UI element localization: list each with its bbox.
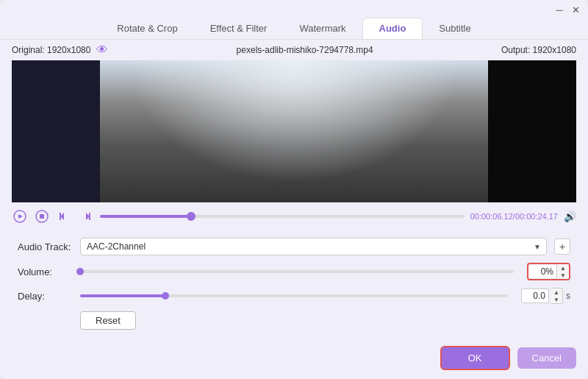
progress-thumb	[187, 212, 196, 221]
add-track-button[interactable]: +	[554, 238, 570, 255]
minimize-button[interactable]: ─	[554, 4, 564, 15]
tab-rotate[interactable]: Rotate & Crop	[101, 18, 193, 39]
video-right-panel	[488, 60, 576, 202]
reset-button[interactable]: Reset	[80, 311, 136, 330]
svg-rect-15	[60, 213, 61, 220]
next-frame-button[interactable]	[78, 208, 94, 224]
volume-slider-track	[80, 270, 514, 273]
prev-icon	[58, 210, 70, 222]
svg-point-3	[195, 60, 280, 181]
volume-slider[interactable]	[80, 264, 514, 279]
audio-track-select[interactable]: AAC-2Channel	[80, 238, 547, 255]
svg-point-8	[315, 82, 387, 117]
delay-slider-track	[80, 294, 508, 297]
svg-point-4	[184, 74, 248, 188]
video-frame	[100, 60, 488, 202]
video-content-svg	[100, 60, 488, 202]
stop-button[interactable]	[34, 208, 50, 224]
delay-slider[interactable]	[80, 288, 508, 303]
volume-spinner: ▲ ▼	[556, 264, 569, 279]
delay-up-button[interactable]: ▲	[551, 288, 562, 296]
video-center-panel	[100, 60, 488, 202]
volume-label: Volume:	[18, 266, 73, 277]
delay-input[interactable]	[521, 288, 549, 303]
reset-row: Reset	[18, 311, 570, 330]
delay-slider-fill	[80, 294, 165, 297]
volume-slider-thumb	[76, 268, 84, 275]
audio-track-label: Audio Track:	[18, 241, 73, 252]
volume-up-button[interactable]: ▲	[557, 264, 569, 272]
audio-track-select-wrapper: AAC-2Channel ▼	[80, 238, 547, 255]
title-bar: ─ ✕	[0, 0, 588, 16]
tab-watermark[interactable]: Watermark	[283, 18, 362, 39]
svg-rect-13	[40, 214, 44, 219]
progress-bar[interactable]	[100, 214, 465, 219]
volume-input-wrapper: ▲ ▼	[527, 263, 570, 280]
delay-spinner: ▲ ▼	[551, 288, 563, 304]
svg-rect-17	[89, 213, 90, 220]
tab-effect[interactable]: Effect & Filter	[194, 18, 284, 39]
svg-point-6	[340, 74, 404, 188]
tab-bar: Rotate & Crop Effect & Filter Watermark …	[0, 16, 588, 40]
delay-slider-thumb	[162, 292, 169, 300]
volume-icon[interactable]: 🔊	[564, 210, 576, 222]
info-bar: Original: 1920x1080 👁 pexels-adlib-mishi…	[0, 40, 588, 60]
main-window: ─ ✕ Rotate & Crop Effect & Filter Waterm…	[0, 0, 588, 379]
svg-rect-2	[290, 89, 298, 202]
audio-track-row: Audio Track: AAC-2Channel ▼ +	[18, 238, 570, 255]
svg-marker-11	[18, 214, 23, 219]
volume-down-button[interactable]: ▼	[557, 272, 569, 279]
volume-row: Volume: ▲ ▼	[18, 263, 570, 280]
tab-audio[interactable]: Audio	[362, 18, 423, 39]
svg-point-9	[181, 177, 408, 202]
video-preview	[12, 60, 576, 202]
next-icon	[80, 210, 92, 222]
svg-rect-0	[181, 60, 408, 202]
volume-input[interactable]	[528, 265, 556, 278]
delay-label: Delay:	[18, 291, 73, 302]
svg-point-5	[308, 60, 393, 181]
progress-track	[100, 215, 465, 218]
svg-point-7	[202, 82, 273, 117]
delay-down-button[interactable]: ▼	[551, 296, 562, 303]
prev-frame-button[interactable]	[56, 208, 72, 224]
stop-icon	[35, 210, 49, 223]
delay-unit-label: s	[566, 291, 570, 301]
time-total: 00:00:24.17	[515, 212, 558, 221]
delay-row: Delay: ▲ ▼ s	[18, 288, 570, 304]
tab-subtitle[interactable]: Subtitle	[423, 18, 487, 39]
delay-input-wrapper: ▲ ▼ s	[521, 288, 570, 304]
play-icon	[13, 210, 26, 223]
preview-toggle-icon[interactable]: 👁	[96, 43, 108, 57]
play-button[interactable]	[12, 208, 28, 224]
close-button[interactable]: ✕	[570, 4, 581, 15]
time-current: 00:00:06.12	[470, 212, 513, 221]
bottom-bar: OK Cancel	[0, 337, 588, 379]
cancel-button[interactable]: Cancel	[517, 347, 576, 369]
time-display: 00:00:06.12/00:00:24.17	[470, 212, 558, 221]
ok-button[interactable]: OK	[440, 346, 510, 370]
video-left-panel	[12, 60, 100, 202]
progress-fill	[100, 215, 191, 218]
original-resolution: Original: 1920x1080	[12, 45, 90, 55]
output-resolution: Output: 1920x1080	[501, 45, 576, 55]
playback-controls: 00:00:06.12/00:00:24.17 🔊	[0, 202, 588, 230]
svg-rect-1	[276, 89, 312, 202]
audio-controls: Audio Track: AAC-2Channel ▼ + Volume:	[0, 230, 588, 337]
filename-label: pexels-adlib-mishiko-7294778.mp4	[114, 45, 495, 55]
